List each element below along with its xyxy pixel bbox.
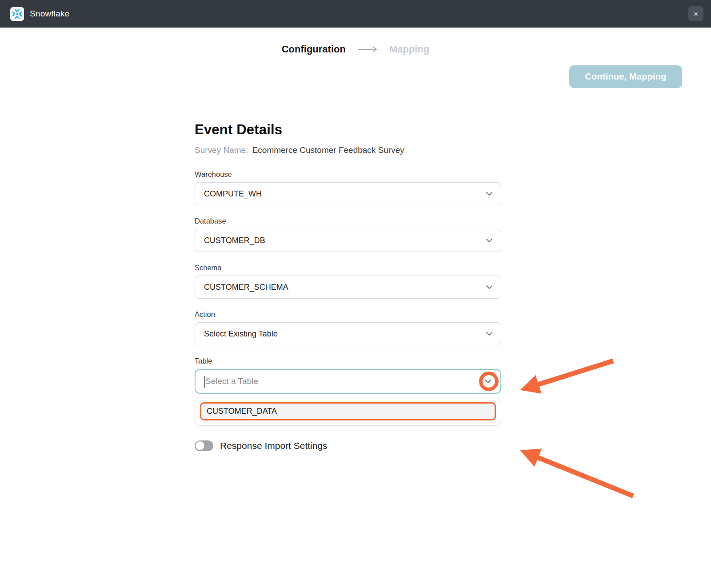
step-header: Configuration Mapping Continue, Mapping [0, 28, 711, 71]
chevron-down-icon[interactable] [484, 379, 491, 384]
survey-name-line: Survey Name: Ecommerce Customer Feedback… [195, 145, 501, 155]
page-title: Event Details [195, 122, 501, 138]
field-group-schema: Schema CUSTOMER_SCHEMA [195, 264, 501, 299]
chevron-down-icon [486, 332, 493, 336]
arrow-to-dropdown [536, 457, 633, 496]
database-value: CUSTOMER_DB [204, 236, 265, 245]
table-select[interactable] [195, 369, 501, 394]
field-group-warehouse: Warehouse COMPUTE_WH [195, 170, 501, 205]
survey-name-label: Survey Name: [195, 145, 248, 155]
action-label: Action [195, 310, 501, 319]
response-import-row: Response Import Settings [195, 440, 501, 451]
chevron-down-icon [486, 238, 493, 243]
close-icon: × [694, 10, 698, 18]
warehouse-value: COMPUTE_WH [204, 189, 262, 199]
toggle-knob [196, 441, 204, 450]
event-details-panel: Event Details Survey Name: Ecommerce Cus… [195, 71, 501, 451]
action-select[interactable]: Select Existing Table [195, 322, 501, 345]
action-value: Select Existing Table [204, 329, 278, 339]
snowflake-icon [12, 9, 22, 19]
schema-select[interactable]: CUSTOMER_SCHEMA [195, 276, 501, 299]
table-label: Table [195, 357, 501, 365]
survey-name-value: Ecommerce Customer Feedback Survey [252, 145, 404, 155]
tab-configuration[interactable]: Configuration [282, 44, 346, 55]
app-title: Snowflake [30, 9, 69, 19]
warehouse-label: Warehouse [195, 170, 501, 179]
field-group-action: Action Select Existing Table [195, 310, 501, 345]
warehouse-select[interactable]: COMPUTE_WH [195, 182, 501, 205]
chevron-down-icon [486, 192, 493, 196]
field-group-table: Table CUSTOMER_DATA [195, 357, 501, 426]
close-button[interactable]: × [688, 6, 703, 21]
table-input[interactable] [196, 370, 500, 393]
response-import-toggle[interactable] [195, 440, 213, 451]
snowflake-logo [10, 7, 24, 21]
response-import-label: Response Import Settings [220, 440, 328, 451]
title-bar: Snowflake × [0, 0, 711, 28]
table-option-customer-data[interactable]: CUSTOMER_DATA [200, 402, 496, 420]
text-cursor [204, 376, 205, 388]
database-label: Database [195, 217, 501, 225]
stepper: Configuration Mapping [0, 28, 711, 71]
tab-mapping[interactable]: Mapping [389, 44, 429, 55]
arrow-to-table-chevron [537, 361, 613, 385]
schema-label: Schema [195, 264, 501, 272]
continue-mapping-button[interactable]: Continue, Mapping [569, 65, 682, 88]
table-dropdown-panel: CUSTOMER_DATA [195, 397, 501, 426]
arrow-right-icon [357, 45, 378, 53]
chevron-down-icon [486, 285, 493, 289]
database-select[interactable]: CUSTOMER_DB [195, 229, 501, 252]
field-group-database: Database CUSTOMER_DB [195, 217, 501, 252]
schema-value: CUSTOMER_SCHEMA [204, 283, 288, 292]
